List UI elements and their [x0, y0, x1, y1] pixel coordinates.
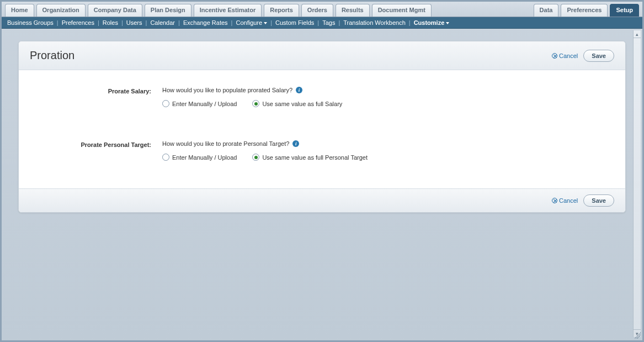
separator: | [231, 19, 233, 26]
tab-preferences[interactable]: Preferences [561, 4, 608, 17]
subnav-business-groups[interactable]: Business Groups [7, 19, 54, 26]
panel-header: Proration Cancel Save [19, 41, 625, 70]
cancel-link-bottom[interactable]: Cancel [552, 197, 578, 204]
subnav-roles[interactable]: Roles [103, 19, 118, 26]
resize-grip-icon[interactable] [634, 332, 641, 339]
radio-label: Enter Manually / Upload [172, 101, 237, 107]
sub-navigation: Business Groups|Preferences|Roles|Users|… [2, 17, 642, 29]
tab-incentive-estimator[interactable]: Incentive Estimator [194, 4, 262, 17]
subnav-customize[interactable]: Customize [414, 19, 450, 26]
separator: | [317, 19, 319, 26]
radio-target-same[interactable]: Use same value as full Personal Target [252, 154, 368, 161]
separator: | [146, 19, 147, 26]
vertical-scrollbar[interactable]: ▴ ▾ [633, 30, 641, 337]
subnav-custom-fields[interactable]: Custom Fields [275, 19, 314, 26]
separator: | [121, 19, 123, 26]
radio-salary-same[interactable]: Use same value as full Salary [252, 100, 342, 107]
chevron-down-icon [264, 22, 267, 24]
panel-footer: Cancel Save [19, 188, 625, 212]
chevron-down-icon [446, 22, 449, 24]
subnav-exchange-rates[interactable]: Exchange Rates [183, 19, 228, 26]
radio-label: Use same value as full Personal Target [262, 154, 368, 161]
radio-icon [162, 100, 169, 107]
tab-orders[interactable]: Orders [301, 4, 333, 17]
separator: | [57, 19, 58, 26]
radio-salary-manual[interactable]: Enter Manually / Upload [162, 100, 237, 107]
separator: | [338, 19, 340, 26]
subnav-preferences[interactable]: Preferences [62, 19, 94, 26]
cancel-label: Cancel [559, 52, 578, 59]
info-icon[interactable]: i [292, 140, 299, 147]
field-prorate-personal-target: Prorate Personal Target: How would you l… [41, 140, 603, 161]
cancel-label: Cancel [559, 197, 578, 204]
save-button-top[interactable]: Save [583, 50, 614, 62]
radio-icon [252, 154, 259, 161]
save-button-bottom[interactable]: Save [583, 194, 614, 207]
radio-icon [162, 154, 169, 161]
subnav-calendar[interactable]: Calendar [150, 19, 175, 26]
subnav-tags[interactable]: Tags [322, 19, 335, 26]
proration-panel: Proration Cancel Save Prorate Salary: Ho… [18, 41, 626, 213]
tab-data[interactable]: Data [534, 4, 559, 17]
tab-results[interactable]: Results [336, 4, 370, 17]
tab-company-data[interactable]: Company Data [88, 4, 142, 17]
radio-icon [252, 100, 259, 107]
cancel-icon [552, 198, 557, 203]
field-label: Prorate Personal Target: [41, 140, 162, 148]
tab-organization[interactable]: Organization [36, 4, 86, 17]
tab-setup[interactable]: Setup [610, 4, 639, 17]
subnav-translation-workbench[interactable]: Translation Workbench [343, 19, 406, 26]
radio-label: Use same value as full Salary [262, 101, 342, 107]
separator: | [98, 19, 99, 26]
info-icon[interactable]: i [296, 87, 302, 93]
cancel-icon [552, 53, 557, 59]
question-text: How would you like to prorate Personal T… [162, 140, 289, 147]
tab-reports[interactable]: Reports [264, 4, 299, 17]
field-prorate-salary: Prorate Salary: How would you like to po… [41, 87, 603, 107]
tab-home[interactable]: Home [5, 4, 34, 17]
subnav-configure[interactable]: Configure [236, 19, 267, 26]
separator: | [178, 19, 180, 26]
scroll-up-icon[interactable]: ▴ [634, 30, 641, 38]
radio-label: Enter Manually / Upload [172, 154, 237, 161]
cancel-link-top[interactable]: Cancel [552, 52, 578, 59]
subnav-users[interactable]: Users [126, 19, 142, 26]
field-label: Prorate Salary: [41, 87, 162, 94]
page-title: Proration [30, 49, 74, 62]
separator: | [270, 19, 272, 26]
tab-document-mgmt[interactable]: Document Mgmt [372, 4, 432, 17]
separator: | [409, 19, 411, 26]
question-text: How would you like to populate prorated … [162, 87, 292, 93]
tab-plan-design[interactable]: Plan Design [145, 4, 191, 17]
radio-target-manual[interactable]: Enter Manually / Upload [162, 154, 237, 161]
top-tab-bar: HomeOrganizationCompany DataPlan DesignI… [2, 2, 642, 17]
